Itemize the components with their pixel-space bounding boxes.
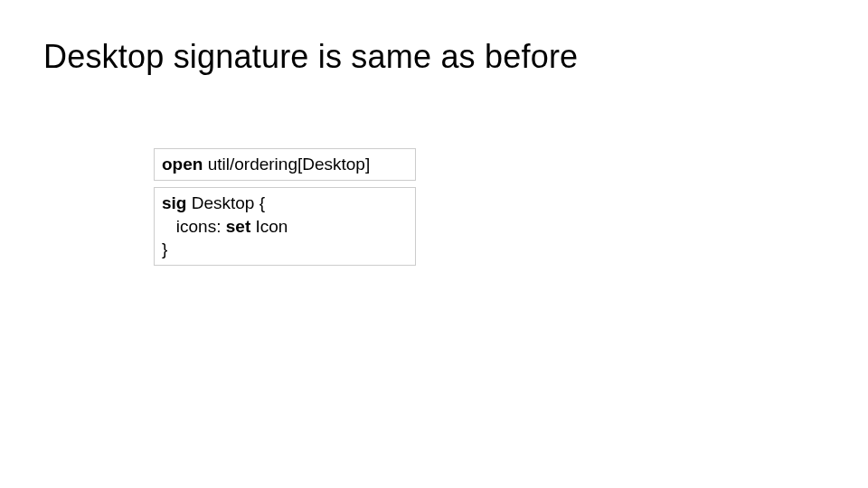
code-line: } [162,238,408,261]
keyword-sig: sig [162,193,186,212]
slide-title: Desktop signature is same as before [43,38,578,76]
code-text: icons: [162,217,226,236]
code-box-open: open util/ordering[Desktop] [154,148,416,181]
code-text: util/ordering[Desktop] [203,155,370,174]
code-box-sig: sig Desktop { icons: set Icon } [154,187,416,266]
keyword-open: open [162,155,203,174]
keyword-set: set [226,217,250,236]
code-line: open util/ordering[Desktop] [162,155,370,174]
code-text: Icon [250,217,288,236]
code-line: icons: set Icon [162,215,408,239]
code-text: Desktop { [186,193,265,212]
code-line: sig Desktop { [162,192,408,215]
